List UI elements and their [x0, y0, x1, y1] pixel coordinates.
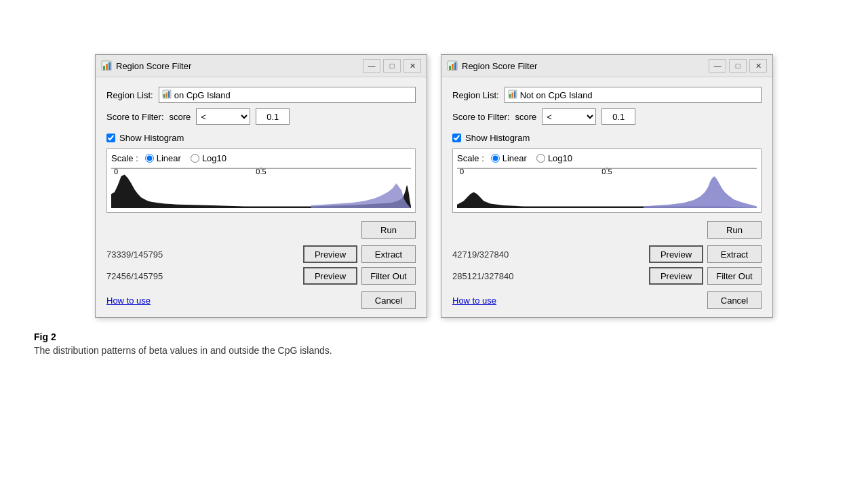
filter-out-button-1[interactable]: Filter Out: [361, 267, 416, 285]
log10-radio-1[interactable]: Log10: [191, 153, 226, 163]
maximize-btn-1[interactable]: □: [383, 59, 401, 73]
title-left-1: Region Score Filter: [101, 60, 191, 71]
titlebar-1: Region Score Filter — □ ✕: [96, 55, 427, 77]
btn-group-2b: Preview Filter Out: [649, 267, 762, 285]
window-controls-2: — □ ✕: [709, 59, 767, 73]
histogram-area-2: 0 0.5: [457, 167, 757, 208]
preview-button-1b[interactable]: Preview: [303, 267, 357, 285]
score-value-input-1[interactable]: [256, 108, 290, 125]
score-filter-label-2: Score to Filter:: [452, 112, 510, 122]
title-left-2: Region Score Filter: [447, 60, 537, 71]
buttons-section-1: Run 73339/145795 Preview Extract 72456/1…: [106, 221, 416, 285]
bottom-row-2: How to use Cancel: [452, 291, 762, 309]
dialog-title-1: Region Score Filter: [116, 61, 191, 71]
btn-group-1b: Preview Filter Out: [303, 267, 416, 285]
btn-group-2a: Preview Extract: [649, 245, 762, 263]
dialog-body-2: Region List: Not on CpG Island Scor: [441, 77, 772, 317]
dialog-1: Region Score Filter — □ ✕ Region List:: [95, 54, 427, 318]
minimize-btn-1[interactable]: —: [363, 59, 380, 73]
region-list-value-2: Not on CpG Island: [520, 90, 593, 100]
svg-rect-5: [163, 94, 165, 98]
preview-button-2a[interactable]: Preview: [649, 245, 703, 263]
cancel-button-2[interactable]: Cancel: [707, 291, 762, 309]
run-row-1: Run: [106, 221, 416, 239]
minimize-btn-2[interactable]: —: [709, 59, 726, 73]
bottom-row-1: How to use Cancel: [106, 291, 416, 309]
show-histogram-checkbox-2[interactable]: [452, 134, 461, 142]
score-name-1: score: [170, 112, 191, 122]
scale-row-2: Scale : Linear Log10: [457, 153, 757, 163]
histogram-area-1: 0 0.5: [111, 167, 411, 208]
axis-mid-2: 0.5: [601, 167, 612, 176]
count1-2: 42719/327840: [452, 249, 509, 260]
region-list-input-1[interactable]: on CpG Island: [159, 87, 416, 103]
count1-1: 73339/145795: [106, 249, 163, 260]
maximize-btn-2[interactable]: □: [729, 59, 747, 73]
count2-2: 285121/327840: [452, 271, 513, 281]
show-histogram-label-1: Show Histogram: [119, 133, 184, 143]
scale-row-1: Scale : Linear Log10: [111, 153, 411, 163]
figure-title: Fig 2: [34, 331, 332, 342]
score-operator-select-1[interactable]: < > <= >= =: [196, 108, 250, 125]
filter-out-button-2[interactable]: Filter Out: [707, 267, 762, 285]
score-name-2: score: [515, 112, 537, 122]
hist-axis-1: 0 0.5: [111, 167, 411, 176]
preview-button-2b[interactable]: Preview: [649, 267, 703, 285]
score-value-input-2[interactable]: [601, 108, 635, 125]
run-row-2: Run: [452, 221, 762, 239]
dialogs-container: Region Score Filter — □ ✕ Region List:: [95, 54, 773, 318]
region-list-row-2: Region List: Not on CpG Island: [452, 87, 762, 103]
svg-rect-7: [168, 91, 170, 98]
scale-label-1: Scale :: [111, 153, 138, 163]
preview-extract-row-1: 73339/145795 Preview Extract: [106, 245, 416, 263]
region-icon-2: [508, 89, 517, 101]
dialog-title-2: Region Score Filter: [462, 61, 537, 71]
linear-radio-1[interactable]: Linear: [145, 153, 181, 163]
scale-label-2: Scale :: [457, 153, 484, 163]
score-row-2: Score to Filter: score < > <= >= =: [452, 108, 762, 125]
svg-rect-13: [454, 62, 456, 70]
region-list-label-2: Region List:: [452, 90, 499, 100]
histogram-box-2: Scale : Linear Log10: [452, 148, 762, 213]
svg-rect-16: [511, 92, 513, 98]
close-btn-2[interactable]: ✕: [749, 59, 767, 73]
extract-button-2[interactable]: Extract: [707, 245, 762, 263]
region-list-row-1: Region List: on CpG Island: [106, 87, 416, 103]
axis-zero-2: 0: [460, 167, 464, 176]
svg-rect-15: [509, 94, 511, 98]
score-operator-select-2[interactable]: < > <= >= =: [542, 108, 596, 125]
region-icon-1: [162, 89, 172, 101]
how-to-use-link-1[interactable]: How to use: [106, 296, 151, 306]
axis-zero-1: 0: [114, 167, 118, 176]
how-to-use-link-2[interactable]: How to use: [452, 296, 496, 306]
log10-radio-2[interactable]: Log10: [536, 153, 572, 163]
preview-button-1a[interactable]: Preview: [303, 245, 357, 263]
svg-rect-12: [452, 64, 454, 70]
svg-rect-2: [106, 64, 108, 70]
extract-button-1[interactable]: Extract: [361, 245, 416, 263]
app-icon-1: [101, 60, 112, 71]
score-filter-label-1: Score to Filter:: [106, 112, 164, 122]
close-btn-1[interactable]: ✕: [403, 59, 421, 73]
score-row-1: Score to Filter: score < > <= >= =: [106, 108, 416, 125]
radio-group-1: Linear Log10: [145, 153, 226, 163]
figure-description: The distribution patterns of beta values…: [34, 345, 332, 356]
preview-extract-row-2: 42719/327840 Preview Extract: [452, 245, 762, 263]
run-button-1[interactable]: Run: [361, 221, 416, 239]
window-controls-1: — □ ✕: [363, 59, 421, 73]
run-button-2[interactable]: Run: [707, 221, 762, 239]
preview-filterout-row-2: 285121/327840 Preview Filter Out: [452, 267, 762, 285]
linear-radio-2[interactable]: Linear: [491, 153, 527, 163]
region-list-input-2[interactable]: Not on CpG Island: [505, 87, 762, 103]
region-list-label-1: Region List:: [106, 90, 153, 100]
app-icon-2: [447, 60, 458, 71]
svg-rect-17: [514, 91, 516, 98]
histogram-box-1: Scale : Linear Log10: [106, 148, 416, 213]
dialog-body-1: Region List: on CpG Island Score to: [96, 77, 427, 317]
region-list-value-1: on CpG Island: [174, 90, 231, 100]
show-histogram-row-1: Show Histogram: [106, 133, 416, 143]
cancel-button-1[interactable]: Cancel: [361, 291, 416, 309]
show-histogram-checkbox-1[interactable]: [106, 134, 115, 142]
count2-1: 72456/145795: [106, 271, 163, 281]
figure-caption: Fig 2 The distribution patterns of beta …: [14, 331, 332, 356]
